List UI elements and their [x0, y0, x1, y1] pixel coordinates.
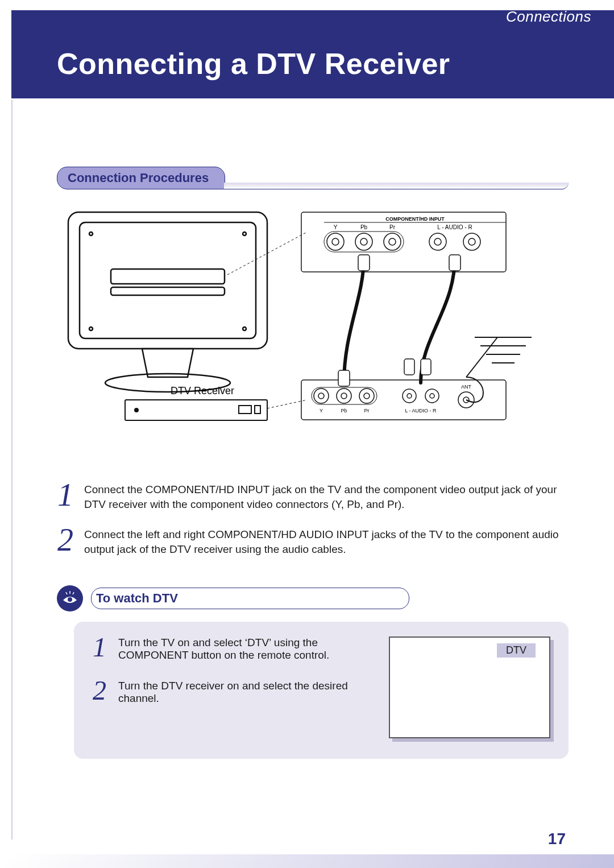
page-content: Connection Procedures [57, 167, 569, 759]
svg-point-16 [389, 238, 396, 245]
watch-steps: 1 Turn the TV on and select ‘DTV’ using … [91, 636, 377, 723]
svg-rect-55 [421, 359, 431, 375]
step-text: Connect the left and right COMPONENT/HD … [84, 527, 569, 556]
watch-box: 1 Turn the TV on and select ‘DTV’ using … [74, 622, 569, 759]
svg-point-31 [341, 393, 347, 399]
svg-point-57 [135, 408, 138, 412]
svg-rect-52 [338, 370, 350, 386]
section-name: Connections [506, 8, 591, 26]
svg-point-5 [89, 327, 93, 330]
svg-text:Pr: Pr [389, 224, 396, 230]
svg-point-33 [364, 393, 370, 399]
svg-text:ANT: ANT [461, 384, 472, 390]
svg-point-6 [243, 327, 246, 330]
svg-text:Pb: Pb [360, 224, 368, 230]
svg-point-37 [430, 394, 434, 398]
step-2: 2 Connect the left and right COMPONENT/H… [57, 527, 569, 556]
svg-line-46 [466, 337, 497, 377]
procedures-heading-rule [224, 183, 569, 189]
watch-heading: To watch DTV [57, 585, 569, 611]
footer-rule [0, 860, 614, 868]
onscreen-label: DTV [497, 643, 536, 658]
svg-point-20 [468, 238, 475, 245]
step-1: 1 Connect the COMPONENT/HD INPUT jack on… [57, 482, 569, 511]
watch-step-1: 1 Turn the TV on and select ‘DTV’ using … [91, 636, 377, 662]
svg-text:Y: Y [320, 408, 323, 414]
svg-rect-7 [111, 269, 225, 284]
step-text: Connect the COMPONENT/HD INPUT jack on t… [84, 482, 569, 511]
svg-point-61 [68, 597, 72, 602]
step-number: 2 [57, 527, 74, 556]
step-text: Turn the TV on and select ‘DTV’ using th… [118, 636, 377, 662]
svg-point-14 [360, 238, 367, 245]
svg-line-64 [73, 592, 74, 594]
svg-text:L - AUDIO - R: L - AUDIO - R [437, 224, 472, 230]
procedure-steps: 1 Connect the COMPONENT/HD INPUT jack on… [57, 482, 569, 557]
procedures-heading: Connection Procedures [57, 167, 569, 189]
step-number: 1 [57, 482, 74, 511]
svg-point-29 [318, 393, 324, 399]
page-header: Connections Connecting a DTV Receiver [11, 10, 614, 98]
svg-line-63 [66, 592, 67, 594]
procedures-heading-label: Connection Procedures [57, 167, 225, 189]
page-number: 17 [548, 830, 566, 848]
watch-step-2: 2 Turn the DTV receiver on and select th… [91, 680, 377, 705]
svg-rect-0 [68, 212, 267, 349]
svg-text:Pb: Pb [341, 408, 347, 414]
eye-icon [57, 585, 83, 611]
svg-rect-51 [358, 255, 370, 271]
svg-rect-53 [449, 255, 460, 271]
svg-text:L - AUDIO - R: L - AUDIO - R [405, 408, 437, 414]
step-text: Turn the DTV receiver on and select the … [118, 680, 377, 705]
svg-text:Pr: Pr [364, 408, 370, 414]
step-number: 1 [91, 636, 108, 662]
svg-rect-56 [125, 400, 267, 420]
dtv-receiver-label: DTV Receiver [171, 385, 234, 396]
left-rule [11, 100, 13, 840]
svg-text:Y: Y [334, 224, 338, 230]
svg-point-12 [332, 238, 339, 245]
tv-screen-mock: DTV [389, 636, 554, 742]
svg-point-18 [434, 238, 441, 245]
svg-rect-54 [404, 359, 414, 375]
step-number: 2 [91, 680, 108, 705]
svg-rect-1 [80, 222, 256, 338]
svg-rect-8 [111, 287, 225, 295]
svg-point-4 [243, 232, 246, 235]
svg-point-35 [407, 394, 412, 398]
connection-diagram: COMPONENT/HD INPUT Y Pb Pr L - AUDIO - R [57, 206, 569, 451]
tv-panel-title: COMPONENT/HD INPUT [385, 216, 445, 222]
watch-heading-label: To watch DTV [96, 591, 195, 606]
svg-point-3 [89, 232, 93, 235]
